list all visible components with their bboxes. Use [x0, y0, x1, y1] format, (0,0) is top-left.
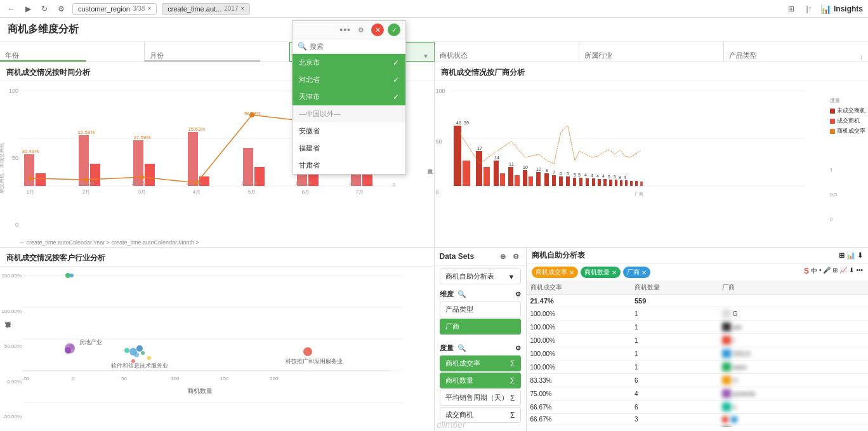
- dot-tech: [303, 347, 312, 356]
- table-icon[interactable]: ⊞: [839, 251, 845, 260]
- table-row: 100.00% 1 ware: [527, 361, 869, 374]
- toolbar-icon-download[interactable]: ⬇: [849, 267, 854, 278]
- datasets-select-dropdown[interactable]: 商机自助分析表 ▼: [440, 269, 521, 284]
- bar-mar-success: [145, 164, 155, 186]
- toolbar-icon-mic[interactable]: 🎤: [823, 267, 831, 278]
- filter-product[interactable]: 产品类型 ↕: [724, 42, 868, 62]
- toolbar-icon-bullet[interactable]: •: [819, 267, 822, 278]
- vbar23: [640, 182, 643, 186]
- measure-count[interactable]: 商机数量 Σ: [440, 373, 521, 388]
- row9-count: 3: [631, 414, 718, 425]
- check-hebei: ✓: [393, 76, 399, 84]
- pointer-icon[interactable]: ▶: [22, 3, 34, 15]
- measure-cycle[interactable]: 平均销售周期（天） Σ: [440, 390, 521, 406]
- dropdown-item-hebei[interactable]: 河北省 ✓: [293, 71, 405, 88]
- svg-text:200: 200: [270, 376, 279, 381]
- filter-year[interactable]: 年份: [0, 42, 145, 62]
- datasets-add-icon[interactable]: ⊕: [498, 251, 508, 262]
- dim-vendor[interactable]: 厂商: [440, 319, 521, 335]
- refresh-icon[interactable]: ↻: [38, 3, 51, 15]
- vbar6: [536, 172, 541, 186]
- filter-month[interactable]: 月份: [145, 42, 289, 62]
- settings-icon[interactable]: ⚙: [55, 3, 67, 15]
- svg-text:1月: 1月: [27, 189, 34, 195]
- dropdown-item-tianjin[interactable]: 天津市 ✓: [293, 88, 405, 105]
- filter-status[interactable]: 商机状态: [435, 42, 579, 62]
- svg-text:4: 4: [591, 173, 593, 178]
- row10-count: 3: [631, 425, 718, 428]
- toolbar-icon-grid[interactable]: ⊞: [832, 267, 838, 278]
- dropdown-dots: •••: [339, 25, 351, 35]
- panel-bottom-right: Data Sets ⊕ ⚙ 商机自助分析表 ▼ 维度 🔍 ⚙: [435, 248, 869, 431]
- export-icon[interactable]: ⬇: [857, 251, 863, 260]
- svg-text:2月: 2月: [82, 189, 90, 195]
- tag-rate-close[interactable]: ✕: [569, 269, 574, 276]
- scatter-svg: 房地产业 软件和信息技术服务业 科技推广和应用服务业 -50: [22, 269, 416, 415]
- dropdown-item-gansu[interactable]: 甘肃省: [293, 157, 405, 174]
- tab2-close[interactable]: ×: [241, 5, 245, 12]
- tag-vendor-close[interactable]: ✕: [641, 269, 647, 276]
- dimension-search-icon[interactable]: 🔍: [457, 290, 466, 298]
- dropdown-item-beijing[interactable]: 北京市 ✓: [293, 54, 405, 71]
- tab1-close[interactable]: ×: [147, 5, 151, 12]
- row4-count: 1: [631, 347, 718, 361]
- row2-vendor: are: [718, 321, 868, 334]
- legend-success: 成交商机: [830, 117, 865, 125]
- svg-text:7: 7: [29, 180, 32, 186]
- svg-text:10: 10: [536, 167, 541, 171]
- row6-count: 6: [631, 374, 718, 387]
- vendor-rate-line: [459, 126, 640, 164]
- check-beijing: ✓: [393, 58, 399, 67]
- toolbar-icon-more[interactable]: •••: [856, 267, 863, 278]
- row8-vendor: n: [718, 401, 868, 414]
- dropdown-settings[interactable]: ⚙: [355, 23, 367, 36]
- tag-count-close[interactable]: ✕: [612, 269, 617, 276]
- dimension-settings-icon[interactable]: ⚙: [515, 291, 521, 298]
- row9-vendor: [718, 414, 868, 425]
- dropdown-confirm[interactable]: ✓: [388, 23, 400, 36]
- dropdown-item-fujian[interactable]: 福建省: [293, 140, 405, 157]
- tag-rate[interactable]: 商机成交率 ✕: [532, 267, 578, 278]
- dot-100-1: [65, 273, 70, 278]
- toolbar-icon-s[interactable]: S: [804, 267, 809, 278]
- toolbar-icon-zh[interactable]: 中: [811, 267, 817, 278]
- tag-vendor[interactable]: 厂商 ✕: [623, 267, 650, 278]
- svg-text:0: 0: [393, 182, 396, 187]
- row6-rate: 83.33%: [527, 374, 631, 387]
- measure-search-icon[interactable]: 🔍: [457, 344, 466, 352]
- dropdown-item-anhui[interactable]: 安徽省: [293, 123, 405, 140]
- tab2-label: create_time.aut...: [168, 5, 221, 13]
- svg-text:8: 8: [546, 168, 548, 173]
- measure-section: 度量 🔍 ⚙ 商机成交率 Σ 商机数量 Σ 平均销售周期（天） Σ: [435, 341, 526, 427]
- tab-customer-region[interactable]: customer_region 3/38 ×: [72, 3, 157, 15]
- filter-product-arrow: ↕: [860, 53, 863, 60]
- top-icons: ← ▶ ↻ ⚙: [5, 3, 67, 15]
- panel-industry: 商机成交情况按客户行业分析 150.00% 100.00% 50.00% 0.0…: [0, 248, 434, 431]
- filter-industry[interactable]: 所属行业: [579, 42, 724, 62]
- dropdown-cancel[interactable]: ✕: [371, 23, 384, 36]
- vbar4: [508, 167, 513, 186]
- col-vendor: 厂商: [718, 281, 868, 295]
- chart-view-icon[interactable]: 📊: [846, 251, 855, 260]
- dot-software3: [134, 352, 139, 357]
- tab-create-time[interactable]: create_time.aut... 2017 ×: [162, 3, 250, 15]
- back-icon[interactable]: ←: [5, 3, 18, 15]
- dimension-section: 维度 🔍 ⚙ 产品类型 厂商: [435, 287, 526, 338]
- measure-settings-icon[interactable]: ⚙: [515, 345, 521, 352]
- toolbar-icon-chart2[interactable]: 📈: [839, 267, 847, 278]
- svg-text:4: 4: [624, 175, 626, 180]
- tag-count[interactable]: 商机数量 ✕: [581, 267, 621, 278]
- svg-text:100: 100: [171, 376, 180, 381]
- datasets-settings-icon[interactable]: ⚙: [511, 251, 521, 262]
- svg-text:22.58%: 22.58%: [77, 129, 95, 135]
- measure-rate[interactable]: 商机成交率 Σ: [440, 355, 521, 371]
- vbar8: [552, 175, 556, 186]
- insights-button[interactable]: 📊 Insights: [820, 4, 863, 14]
- vbar5: [523, 170, 527, 186]
- y-axis-left: 100 50 0: [3, 88, 18, 228]
- dim-product-type[interactable]: 产品类型: [440, 302, 521, 317]
- dropdown-search-input[interactable]: [310, 43, 400, 50]
- filter-province-arrow: ▼: [423, 53, 429, 60]
- search-icon[interactable]: ⊞: [785, 3, 798, 15]
- row10-vendor: [718, 425, 868, 428]
